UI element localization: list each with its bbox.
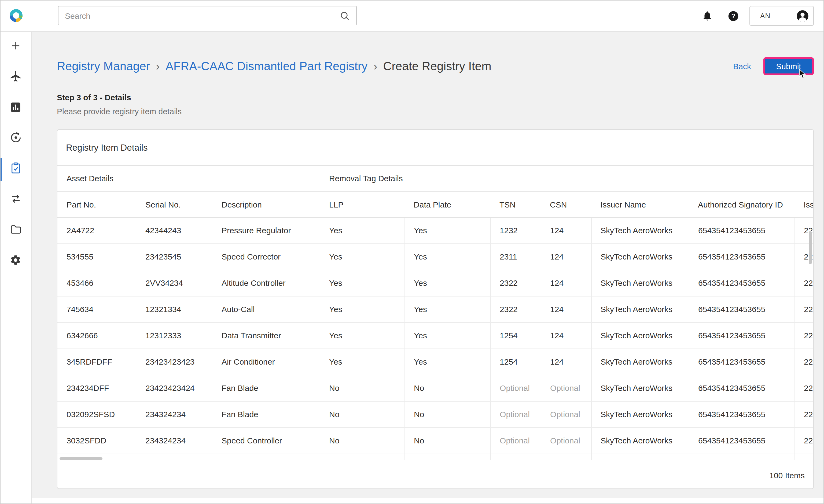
table-cell: 745634 [58, 296, 136, 322]
sidebar-item-transfers[interactable] [0, 184, 31, 215]
table-cell: Yes [320, 349, 405, 375]
horizontal-scrollbar-thumb[interactable] [60, 457, 102, 460]
registry-item-details-card: Registry Item Details Asset Details [57, 129, 814, 489]
column-header-description: Description [212, 192, 320, 217]
table-cell: Altitude Controller [212, 270, 320, 296]
table-cell: Optional [541, 401, 591, 427]
table-cell: Pressure Regulator [212, 217, 320, 243]
search-input[interactable] [59, 11, 339, 20]
breadcrumb-link-afra-caac-registry[interactable]: AFRA-CAAC Dismantled Part Registry [166, 57, 368, 75]
column-header-issuer-name: Issuer Name [591, 192, 689, 217]
table-cell: SkyTech AeroWorks [591, 296, 689, 322]
sidebar-item-reports[interactable] [0, 93, 31, 123]
table-cell: Yes [405, 217, 490, 243]
notifications-bell-icon[interactable] [702, 10, 713, 21]
table-row: 74563412321334Auto-CallYesYes2322124SkyT… [58, 296, 813, 322]
sidebar-item-add[interactable] [0, 32, 31, 62]
table-cell: Yes [405, 243, 490, 270]
table-row-partial [58, 454, 813, 460]
column-header-tsn: TSN [490, 192, 541, 217]
column-header-part-no: Part No. [58, 192, 136, 217]
table-cell: 124 [541, 270, 591, 296]
table-cell: Fan Blade [212, 375, 320, 401]
app-logo[interactable] [9, 8, 24, 23]
registry-items-table: Asset Details Removal Tag Details Part N… [58, 166, 813, 460]
breadcrumb-separator: › [373, 57, 377, 75]
table-cell: 1254 [490, 322, 541, 349]
table-cell: 234234DFF [58, 375, 136, 401]
sidebar-item-files[interactable] [0, 215, 31, 246]
table-row: 345RDFDFF23423423423Air ConditionerYesYe… [58, 349, 813, 375]
page-title: Create Registry Item [383, 57, 491, 75]
sidebar-item-tracking[interactable] [0, 123, 31, 154]
search-icon[interactable] [339, 10, 350, 21]
table-cell: No [405, 375, 490, 401]
table-cell: SkyTech AeroWorks [591, 270, 689, 296]
table-row: 53455523423545Speed CorrectorYesYes23111… [58, 243, 813, 270]
user-menu[interactable]: AN [749, 6, 814, 26]
back-button[interactable]: Back [733, 61, 751, 71]
table-cell: Speed Corrector [212, 243, 320, 270]
table-cell: 42344243 [136, 217, 212, 243]
clipboard-check-icon [9, 162, 22, 176]
table-cell: Optional [490, 427, 541, 454]
sidebar-item-registry[interactable] [0, 154, 31, 184]
submit-button[interactable]: Submit [763, 57, 814, 75]
sidebar-item-settings[interactable] [0, 246, 31, 276]
vertical-scrollbar-thumb[interactable] [809, 231, 812, 264]
table-cell: 654354123453655 [689, 243, 795, 270]
screen: ? AN [0, 0, 824, 504]
user-avatar-icon [796, 9, 810, 23]
table-cell: 124 [541, 217, 591, 243]
table-cell: 23423423424 [136, 375, 212, 401]
table-cell: Yes [320, 243, 405, 270]
step-indicator: Step 3 of 3 - Details Please provide reg… [32, 75, 823, 115]
app-window: ? AN [0, 0, 824, 504]
table-cell: Yes [405, 296, 490, 322]
table-cell: 1232 [490, 217, 541, 243]
sidebar-item-aircraft[interactable] [0, 62, 31, 93]
breadcrumb-link-registry-manager[interactable]: Registry Manager [57, 57, 150, 75]
table-row: 032092SFSD234324234Fan BladeNoNoOptional… [58, 401, 813, 427]
table-row: 2A472242344243Pressure RegulatorYesYes12… [58, 217, 813, 243]
table-cell: 22/ [795, 375, 813, 401]
table-body: 2A472242344243Pressure RegulatorYesYes12… [58, 217, 813, 454]
column-header-authorized-signatory-id: Authorized Signatory ID [689, 192, 795, 217]
table-cell: 032092SFSD [58, 401, 136, 427]
table-cell: No [320, 427, 405, 454]
table-cell: SkyTech AeroWorks [591, 349, 689, 375]
table-cell: No [320, 401, 405, 427]
table-cell: Air Conditioner [212, 349, 320, 375]
table-row: 4534662VV34234Altitude ControllerYesYes2… [58, 270, 813, 296]
table-cell: SkyTech AeroWorks [591, 322, 689, 349]
table-cell: 22/ [795, 427, 813, 454]
table-cell: Yes [320, 270, 405, 296]
table-cell: 2311 [490, 243, 541, 270]
radar-icon [9, 131, 22, 146]
search-box [58, 6, 357, 25]
table-cell: 6342666 [58, 322, 136, 349]
table-cell: 234324234 [136, 401, 212, 427]
table-cell: 12321334 [136, 296, 212, 322]
help-icon[interactable]: ? [727, 10, 739, 22]
table-cell: Optional [490, 401, 541, 427]
table-cell: 22/ [795, 322, 813, 349]
table-cell: 124 [541, 243, 591, 270]
table-cell: 654354123453655 [689, 322, 795, 349]
user-initials: AN [760, 12, 770, 20]
table-row: 3032SFDD234324234Speed ControllerNoNoOpt… [58, 427, 813, 454]
table-row: 234234DFF23423423424Fan BladeNoNoOptiona… [58, 375, 813, 401]
table-cell: 2322 [490, 296, 541, 322]
table-cell: 534555 [58, 243, 136, 270]
table-cell: Optional [541, 375, 591, 401]
table-cell: 345RDFDFF [58, 349, 136, 375]
card-title: Registry Item Details [58, 130, 813, 166]
table-cell: Yes [405, 322, 490, 349]
table-cell: Yes [320, 217, 405, 243]
table-cell: 22/ [795, 401, 813, 427]
table-cell: Optional [541, 427, 591, 454]
header-actions: Back Submit [733, 57, 814, 75]
table-cell: Speed Controller [212, 427, 320, 454]
table-cell: 654354123453655 [689, 296, 795, 322]
table-cell: 3032SFDD [58, 427, 136, 454]
